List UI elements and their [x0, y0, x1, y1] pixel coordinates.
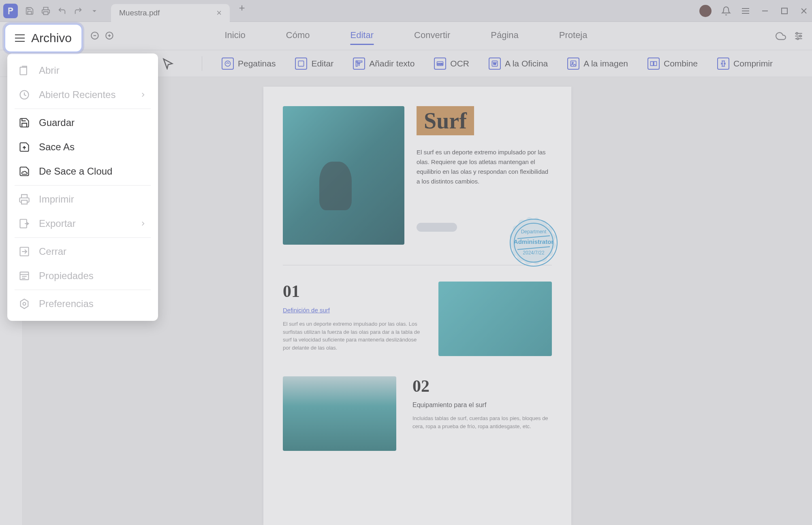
svg-text:T: T: [358, 62, 360, 66]
tab-close-icon[interactable]: ×: [216, 8, 222, 18]
tool-añadir-texto[interactable]: TAñadir texto: [353, 58, 415, 70]
cursor-tool-icon[interactable]: [162, 58, 174, 70]
app-logo-icon[interactable]: [3, 4, 18, 18]
tool-label: OCR: [450, 59, 469, 68]
nav-item-inicio[interactable]: Inicio: [224, 27, 245, 45]
file-dropdown-menu: AbrirAbierto RecientesGuardarSace AsDe S…: [7, 53, 158, 321]
zoom-out-icon[interactable]: [90, 31, 100, 41]
tool-editar[interactable]: Editar: [295, 58, 333, 70]
section-number: 01: [283, 282, 422, 301]
save-icon: [19, 117, 30, 128]
menu-divider: [15, 109, 151, 109]
tool-label: Añadir texto: [369, 59, 415, 68]
tool-icon: [717, 58, 729, 70]
menu-item-recent: Abierto Recientes: [7, 83, 158, 107]
tool-icon: [647, 58, 660, 70]
tool-label: A la imagen: [583, 59, 628, 68]
tool-combine[interactable]: Combine: [647, 58, 698, 70]
cloud-sync-icon[interactable]: [776, 31, 786, 41]
prefs-icon: [19, 298, 30, 309]
tool-comprimir[interactable]: Comprimir: [717, 58, 773, 70]
svg-rect-22: [356, 61, 357, 66]
tool-label: Pegatinas: [238, 59, 276, 68]
section-description: El surf es un deporte extremo impulsado …: [283, 320, 422, 352]
menu-item-label: Propiedades: [39, 270, 94, 282]
svg-point-29: [572, 62, 573, 63]
document-tab[interactable]: Muestra.pdf ×: [111, 4, 230, 22]
minimize-icon[interactable]: [760, 6, 770, 16]
menu-item-export: Exportar: [7, 211, 158, 236]
tool-a-la-oficina[interactable]: WA la Oficina: [489, 58, 548, 70]
menu-divider: [15, 237, 151, 238]
tool-icon: OCR: [434, 58, 446, 70]
menu-item-label: Cerrar: [39, 246, 66, 257]
hero-description: El surf es un deporte extremo impulsado …: [417, 147, 552, 186]
tool-ocr[interactable]: OCROCR: [434, 58, 469, 70]
tool-label: Combine: [664, 59, 698, 68]
svg-rect-5: [782, 8, 787, 14]
tool-pegatinas[interactable]: Pegatinas: [222, 58, 276, 70]
svg-point-19: [225, 61, 230, 66]
svg-text:Department: Department: [521, 229, 547, 235]
signature-stamp: Department Administrator 2024/7/22: [507, 216, 560, 269]
nav-item-editar[interactable]: Editar: [350, 27, 374, 45]
user-avatar[interactable]: [699, 5, 712, 17]
document-title: Surf: [424, 108, 467, 134]
tool-label: A la Oficina: [505, 59, 548, 68]
menu-item-open: Abrir: [7, 58, 158, 83]
redo-icon[interactable]: [74, 6, 83, 15]
menu-item-label: Preferencias: [39, 298, 94, 309]
close-icon: [19, 246, 30, 257]
menu-item-print: Imprimir: [7, 187, 158, 211]
svg-rect-39: [20, 67, 27, 75]
section-link[interactable]: Definición de surf: [283, 307, 422, 314]
close-window-icon[interactable]: [799, 6, 809, 16]
menu-item-cloud[interactable]: De Sace a Cloud: [7, 159, 158, 184]
undo-icon[interactable]: [58, 6, 66, 15]
menu-item-saveas[interactable]: Sace As: [7, 135, 158, 159]
titlebar: Muestra.pdf × +: [0, 0, 812, 22]
tab-label: Muestra.pdf: [119, 9, 160, 17]
menu-item-save[interactable]: Guardar: [7, 111, 158, 135]
menu-item-label: Abierto Recientes: [39, 89, 115, 100]
save-icon[interactable]: [25, 6, 34, 15]
zoom-in-icon[interactable]: [105, 31, 115, 41]
tool-icon: W: [489, 58, 501, 70]
maximize-icon[interactable]: [780, 6, 789, 16]
settings-icon[interactable]: [793, 31, 804, 41]
chevron-right-icon: [139, 91, 147, 98]
svg-text:OCR: OCR: [438, 62, 443, 65]
menu-divider: [15, 185, 151, 186]
saveas-icon: [19, 141, 30, 153]
tool-a-la-imagen[interactable]: A la imagen: [567, 58, 628, 70]
section-image: [283, 376, 396, 451]
nav-item-convertir[interactable]: Convertir: [414, 27, 450, 45]
section-title: Equipamiento para el surf: [412, 401, 552, 409]
main-nav: InicioCómoEditarConvertirPáginaProteja: [0, 22, 812, 50]
svg-rect-0: [44, 11, 48, 14]
nav-item-cómo[interactable]: Cómo: [286, 27, 310, 45]
svg-text:Administrator: Administrator: [514, 238, 554, 245]
print-icon[interactable]: [41, 6, 50, 15]
print-icon: [19, 194, 30, 205]
nav-item-página[interactable]: Página: [491, 27, 519, 45]
hero-image: [283, 106, 404, 245]
dropdown-icon[interactable]: [90, 6, 99, 15]
chevron-right-icon: [139, 220, 147, 227]
svg-rect-30: [651, 62, 654, 66]
new-tab-button[interactable]: +: [234, 0, 250, 16]
props-icon: [19, 270, 30, 282]
notifications-icon[interactable]: [721, 6, 731, 16]
svg-point-18: [797, 38, 799, 39]
menu-item-props: Propiedades: [7, 264, 158, 288]
file-menu-button[interactable]: Archivo: [4, 23, 83, 53]
tool-icon: T: [353, 58, 365, 70]
svg-text:2024/7/22: 2024/7/22: [523, 250, 545, 256]
tool-label: Comprimir: [733, 59, 773, 68]
menu-icon[interactable]: [741, 6, 750, 16]
recent-icon: [19, 89, 30, 100]
section-description: Incluidas tablas de surf, cuerdas para l…: [412, 414, 552, 430]
nav-item-proteja[interactable]: Proteja: [559, 27, 588, 45]
menu-item-label: Guardar: [39, 117, 75, 128]
tool-icon: [295, 58, 307, 70]
